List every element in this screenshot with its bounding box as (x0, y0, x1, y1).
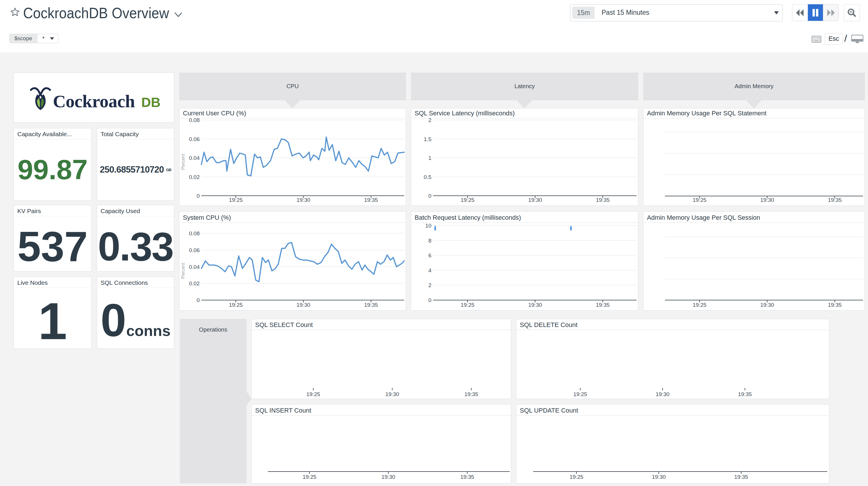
svg-text:Percent: Percent (181, 262, 186, 279)
svg-text:19:35: 19:35 (364, 302, 378, 308)
svg-text:19:30: 19:30 (381, 474, 395, 480)
svg-text:0.02: 0.02 (189, 174, 200, 180)
svg-text:Batch Request Latency (millise: Batch Request Latency (milliseconds) (415, 214, 521, 221)
svg-text:19:35: 19:35 (738, 391, 752, 397)
svg-text:10: 10 (425, 223, 431, 229)
svg-text:19:30: 19:30 (656, 391, 670, 397)
svg-text:19:25: 19:25 (461, 197, 474, 203)
svg-text:19:30: 19:30 (385, 391, 399, 397)
svg-text:19:35: 19:35 (734, 474, 748, 480)
svg-text:2: 2 (428, 282, 431, 288)
svg-text:19:25: 19:25 (306, 391, 320, 397)
svg-text:Admin Memory Usage Per SQL Ses: Admin Memory Usage Per SQL Session (647, 214, 760, 221)
svg-text:SQL INSERT Count: SQL INSERT Count (255, 407, 311, 414)
svg-text:19:25: 19:25 (229, 302, 243, 308)
svg-text:DB: DB (141, 95, 160, 110)
svg-text:0.02: 0.02 (189, 281, 200, 287)
svg-text:0: 0 (196, 193, 200, 199)
svg-text:0: 0 (428, 297, 431, 303)
svg-text:19:25: 19:25 (573, 391, 587, 397)
svg-text:19:30: 19:30 (297, 197, 310, 203)
svg-text:19:30: 19:30 (760, 302, 774, 308)
svg-text:0.06: 0.06 (189, 247, 200, 253)
svg-text:19:25: 19:25 (692, 197, 707, 203)
svg-text:0.06: 0.06 (189, 136, 200, 142)
svg-text:Current User CPU (%): Current User CPU (%) (183, 110, 246, 117)
svg-text:0.04: 0.04 (189, 155, 200, 161)
svg-text:2: 2 (428, 117, 431, 123)
svg-text:SQL DELETE Count: SQL DELETE Count (520, 321, 578, 328)
svg-text:19:25: 19:25 (303, 474, 316, 480)
svg-text:SQL SELECT Count: SQL SELECT Count (255, 321, 313, 328)
svg-text:19:30: 19:30 (652, 474, 666, 480)
svg-text:19:35: 19:35 (828, 302, 842, 308)
svg-text:Percent: Percent (181, 154, 186, 170)
svg-text:0.5: 0.5 (424, 174, 431, 180)
svg-text:Admin Memory Usage Per SQL Sta: Admin Memory Usage Per SQL Statement (647, 110, 767, 117)
svg-text:SQL Service Latency (milliseco: SQL Service Latency (milliseconds) (415, 110, 515, 117)
svg-text:19:35: 19:35 (464, 391, 478, 397)
svg-text:19:35: 19:35 (460, 474, 474, 480)
svg-text:0: 0 (196, 297, 200, 303)
svg-text:19:35: 19:35 (364, 197, 378, 203)
svg-text:0.08: 0.08 (189, 117, 200, 123)
svg-text:System CPU (%): System CPU (%) (183, 214, 231, 221)
svg-text:1: 1 (428, 155, 431, 161)
svg-text:19:30: 19:30 (528, 197, 542, 203)
svg-text:8: 8 (428, 238, 431, 244)
svg-text:1.5: 1.5 (424, 136, 431, 142)
svg-text:0.04: 0.04 (189, 264, 200, 270)
svg-text:19:25: 19:25 (229, 197, 243, 203)
svg-text:19:30: 19:30 (760, 197, 774, 203)
svg-text:6: 6 (428, 252, 431, 258)
svg-text:19:25: 19:25 (569, 474, 583, 480)
svg-text:19:35: 19:35 (596, 302, 610, 308)
svg-text:0: 0 (428, 193, 431, 199)
svg-text:19:35: 19:35 (828, 197, 842, 203)
svg-text:19:25: 19:25 (692, 302, 707, 308)
svg-text:19:30: 19:30 (297, 302, 310, 308)
svg-text:19:25: 19:25 (461, 302, 474, 308)
svg-text:19:35: 19:35 (596, 197, 610, 203)
svg-text:19:30: 19:30 (528, 302, 542, 308)
svg-text:4: 4 (428, 267, 431, 274)
svg-text:Cockroach: Cockroach (53, 91, 135, 111)
svg-text:0.08: 0.08 (189, 230, 200, 236)
svg-text:SQL UPDATE Count: SQL UPDATE Count (520, 407, 578, 414)
